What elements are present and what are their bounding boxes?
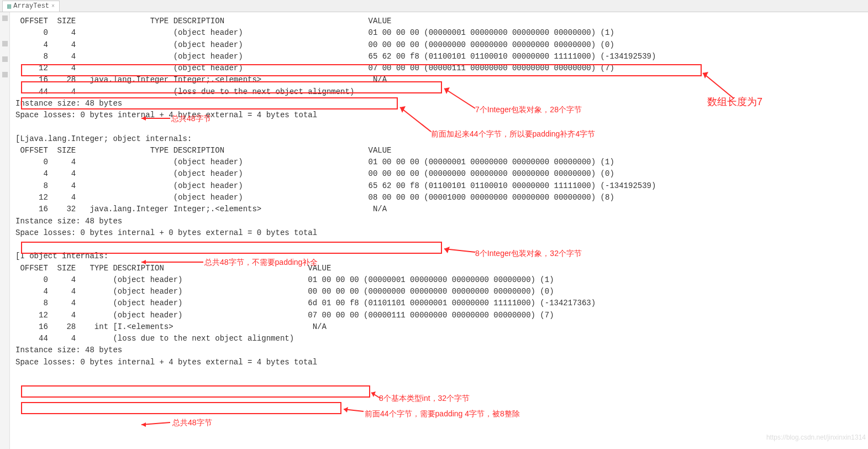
annotation: 前面44个字节，需要padding 4字节，被8整除 — [365, 409, 520, 419]
svg-rect-0 — [2, 15, 8, 21]
annotation: 7个Integer包装对象，28个字节 — [475, 105, 582, 115]
svg-rect-3 — [2, 72, 8, 77]
editor-gutter — [0, 12, 10, 449]
annotation: 数组长度为7 — [707, 95, 762, 108]
gutter-icon — [1, 14, 9, 22]
file-icon: ▦ — [7, 2, 11, 11]
annotation: 8个基本类型int，32个字节 — [379, 394, 470, 404]
console-output[interactable]: OFFSET SIZE TYPE DESCRIPTION VALUE 0 4 (… — [12, 12, 868, 449]
annotation: 总共48字节 — [172, 418, 212, 428]
close-icon[interactable]: × — [51, 3, 55, 9]
annotation: 前面加起来44个字节，所以要padding补齐4字节 — [431, 129, 595, 139]
tab-bar: ▦ ArrayTest × — [0, 0, 868, 12]
annotation: 8个Integer包装对象，32个字节 — [475, 249, 582, 259]
annotation: 总共48字节，不需要padding补全 — [204, 258, 318, 268]
watermark: https://blog.csdn.net/jinxinxin1314 — [766, 434, 866, 441]
gutter-icon — [1, 71, 9, 79]
tab-title: ArrayTest — [13, 2, 49, 10]
gutter-icon — [1, 55, 9, 63]
tab-arraytest[interactable]: ▦ ArrayTest × — [2, 1, 60, 12]
annotation: 总共48字节 — [171, 114, 211, 124]
svg-rect-1 — [2, 41, 8, 46]
gutter-icon — [1, 40, 9, 48]
svg-rect-2 — [2, 56, 8, 62]
